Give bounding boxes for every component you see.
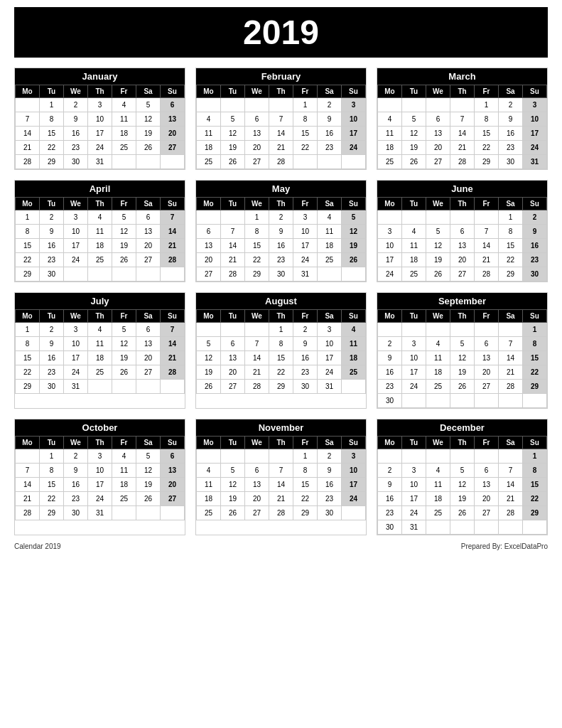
calendar-day [523,394,547,408]
calendar-day [426,449,450,464]
calendar-day: 27 [197,267,221,282]
calendar-day: 21 [269,141,293,155]
calendar-day: 16 [318,127,342,141]
weekday-header: Mo [197,85,221,98]
calendar-day: 9 [293,337,318,351]
calendar-day: 5 [136,98,161,112]
month-table: MoTuWeThFrSaSu12345678910111213141516171… [377,85,547,169]
calendar-day: 18 [378,141,402,155]
weekday-header: Su [523,310,547,323]
calendar-day: 14 [499,478,523,492]
calendar-day: 14 [475,239,499,253]
calendar-day: 2 [378,337,402,351]
calendar-day: 30 [499,155,523,169]
calendar-day: 21 [245,365,269,380]
calendar-day: 6 [221,337,245,351]
weekday-header: Su [523,198,547,210]
calendar-day [450,394,475,408]
calendar-day [402,323,426,337]
calendar-day: 16 [40,239,64,253]
calendar-day: 11 [402,239,426,253]
calendar-day: 10 [378,239,402,253]
weekday-header: Th [450,310,475,323]
calendar-day: 10 [318,337,342,351]
calendar-day: 20 [450,253,475,267]
calendar-day: 11 [426,478,450,492]
calendar-day [245,98,269,112]
calendar-day: 27 [475,380,499,394]
calendar-day: 24 [293,253,318,267]
calendar-day: 9 [64,464,88,478]
calendar-day: 22 [40,492,64,506]
month-calendar-november: NovemberMoTuWeThFrSaSu123456789101112131… [195,419,367,535]
calendar-day: 26 [136,492,161,506]
calendar-day: 16 [269,239,293,253]
weekday-header: We [245,310,269,323]
month-title: August [196,293,366,309]
calendar-day: 29 [475,155,499,169]
calendar-day: 22 [293,492,318,506]
calendar-day: 19 [112,239,136,253]
month-table: MoTuWeThFrSaSu12345678910111213141516171… [377,309,547,408]
calendar-day: 3 [378,225,402,239]
calendar-day: 5 [221,464,245,478]
calendar-day: 28 [161,365,185,380]
calendar-day: 15 [269,351,293,365]
weekday-header: We [245,198,269,210]
calendar-day: 17 [378,253,402,267]
calendar-day: 15 [40,127,64,141]
calendar-day: 8 [16,225,40,239]
calendar-day: 22 [269,365,293,380]
month-table: MoTuWeThFrSaSu12345678910111213141516171… [15,197,185,282]
calendar-day: 12 [221,478,245,492]
calendar-day: 12 [112,225,136,239]
calendar-day: 30 [523,267,547,282]
calendar-day: 15 [16,239,40,253]
calendar-day: 12 [450,351,475,365]
month-title: January [15,68,185,85]
calendar-day [499,394,523,408]
calendar-day: 7 [221,225,245,239]
calendar-day: 19 [221,492,245,506]
calendar-day: 8 [523,464,547,478]
weekday-header: Sa [499,437,523,449]
calendar-day: 29 [523,380,547,394]
calendar-day: 6 [161,449,185,464]
calendar-day: 4 [197,464,221,478]
calendar-day: 6 [475,337,499,351]
calendar-day [523,520,547,535]
weekday-header: We [64,85,88,98]
calendar-day: 3 [64,323,88,337]
weekday-header: Th [269,310,293,323]
calendar-day: 24 [64,365,88,380]
weekday-header: Su [161,85,185,98]
calendar-day: 24 [342,141,366,155]
calendar-day [245,323,269,337]
month-title: June [377,181,547,197]
calendar-day: 16 [40,351,64,365]
calendar-day: 25 [402,267,426,282]
footer: Calendar 2019 Prepared By: ExcelDataPro [14,542,548,550]
calendar-day: 4 [318,210,342,225]
calendar-day: 22 [40,141,64,155]
weekday-header: Th [450,198,475,210]
calendar-day: 30 [378,520,402,535]
weekday-header: Th [88,85,112,98]
calendar-day: 13 [245,478,269,492]
calendar-day: 12 [112,337,136,351]
calendar-day: 4 [88,323,112,337]
calendar-day: 20 [475,492,499,506]
calendar-day [378,323,402,337]
calendar-day: 8 [269,337,293,351]
calendar-day [342,380,366,394]
calendar-day: 13 [136,225,161,239]
calendar-day: 8 [523,337,547,351]
weekday-header: Sa [136,198,161,210]
weekday-header: We [245,437,269,449]
weekday-header: We [426,437,450,449]
weekday-header: Fr [475,437,499,449]
calendar-day [426,323,450,337]
calendar-day: 3 [88,449,112,464]
calendar-day: 20 [426,141,450,155]
calendars-grid: JanuaryMoTuWeThFrSaSu1234567891011121314… [14,68,548,535]
